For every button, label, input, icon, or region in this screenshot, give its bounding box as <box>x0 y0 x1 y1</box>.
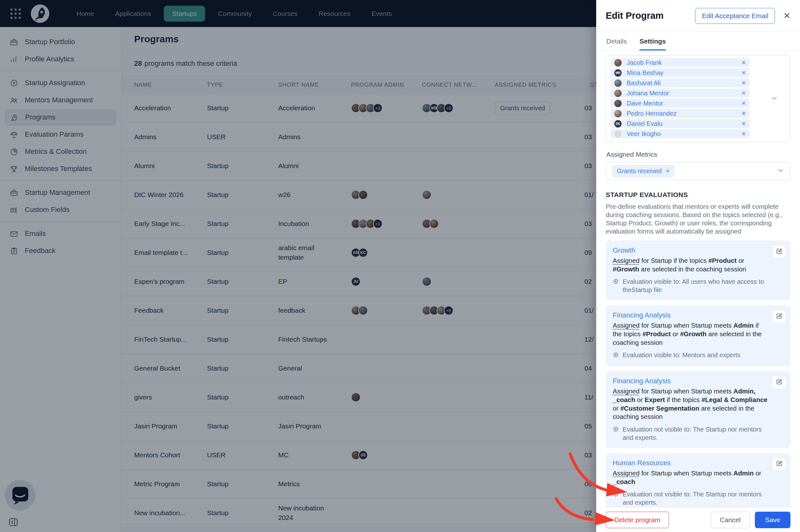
startup-evaluations-heading: STARTUP EVALUATIONS <box>606 191 790 198</box>
avatar <box>614 59 621 66</box>
edit-icon <box>776 460 782 468</box>
selected-person-pill[interactable]: Jacob Frank✕ <box>611 58 750 67</box>
edit-evaluation-button[interactable] <box>772 245 786 259</box>
selected-person-pill[interactable]: MBMina Beshay✕ <box>611 68 750 77</box>
evaluation-title-link[interactable]: Financing Analysis <box>613 311 783 319</box>
evaluation-visibility: Evaluation visible to: All users who hav… <box>613 278 783 294</box>
edit-icon <box>776 248 782 256</box>
avatar <box>614 110 621 117</box>
evaluation-rule-text: Assigned for Startup when Startup meets … <box>613 321 783 347</box>
remove-person-icon[interactable]: ✕ <box>742 110 746 117</box>
remove-person-icon[interactable]: ✕ <box>742 59 746 66</box>
edit-evaluation-button[interactable] <box>772 376 786 389</box>
evaluation-rule-text: Assigned for Startup when Startup meets … <box>613 469 783 486</box>
panel-title: Edit Program <box>606 11 664 21</box>
evaluation-card: GrowthAssigned for Startup if the topics… <box>606 241 790 300</box>
assigned-metrics-select[interactable]: Grants received ✕ <box>606 162 790 180</box>
selected-person-pill[interactable]: Pedro Hernandez✕ <box>611 109 750 118</box>
startup-evaluations-description: Pre-define evaluations that mentors or e… <box>606 203 790 235</box>
tab-details[interactable]: Details <box>606 32 627 51</box>
program-admins-multiselect[interactable]: Jacob Frank✕MBMina Beshay✕Basharat Ali✕J… <box>606 55 790 142</box>
evaluation-visibility: Evaluation not visible to: The Startup n… <box>613 425 783 442</box>
edit-acceptance-email-button[interactable]: Edit Acceptance Email <box>695 8 775 24</box>
chevron-down-icon[interactable] <box>777 167 784 175</box>
avatar <box>614 90 621 97</box>
edit-evaluation-button[interactable] <box>772 458 786 471</box>
edit-program-panel: Edit Program Edit Acceptance Email ✕ Det… <box>596 0 800 532</box>
avatar-placeholder <box>614 130 621 138</box>
evaluation-card: Financing AnalysisAssigned for Startup w… <box>606 305 790 366</box>
person-name: Johana Mentor <box>627 90 669 97</box>
person-name: Daniel Evalu <box>627 120 662 128</box>
avatar-initials: DE <box>614 120 621 128</box>
selected-person-pill[interactable]: Veer Ikogho✕ <box>611 129 750 138</box>
selected-person-pill[interactable]: Dave Mentor✕ <box>611 99 750 108</box>
edit-evaluation-button[interactable] <box>772 310 786 323</box>
evaluation-card: Human ResourcesAssigned for Startup when… <box>606 453 790 507</box>
evaluation-rule-text: Assigned for Startup when Startup meets … <box>613 387 783 421</box>
panel-tabs: DetailsSettings <box>596 32 800 51</box>
person-name: Jacob Frank <box>627 59 662 66</box>
avatar <box>614 79 621 87</box>
remove-person-icon[interactable]: ✕ <box>742 131 746 137</box>
eye-icon <box>613 425 619 442</box>
modal-dim-overlay <box>0 0 596 532</box>
person-name: Pedro Hernandez <box>627 110 677 117</box>
delete-program-button[interactable]: Delete program <box>606 512 669 528</box>
avatar <box>614 100 621 107</box>
remove-person-icon[interactable]: ✕ <box>742 80 746 87</box>
evaluation-title-link[interactable]: Financing Analysis <box>613 377 783 385</box>
chevron-down-icon[interactable] <box>771 95 778 103</box>
assigned-metrics-label: Assigned Metrics <box>606 151 790 158</box>
eye-icon <box>613 490 619 507</box>
avatar-initials: MB <box>614 69 621 77</box>
save-button[interactable]: Save <box>755 512 790 528</box>
evaluation-title-link[interactable]: Growth <box>613 246 783 254</box>
eye-icon <box>613 278 619 294</box>
cancel-button[interactable]: Cancel <box>711 512 750 528</box>
selected-person-pill[interactable]: Basharat Ali✕ <box>611 78 750 88</box>
person-name: Basharat Ali <box>627 79 661 87</box>
tab-settings[interactable]: Settings <box>639 32 666 51</box>
remove-person-icon[interactable]: ✕ <box>742 100 746 107</box>
person-name: Dave Mentor <box>627 100 663 107</box>
selected-person-pill[interactable]: DEDaniel Evalu✕ <box>611 119 750 128</box>
evaluation-card: Financing AnalysisAssigned for Startup w… <box>606 371 790 448</box>
evaluation-rule-text: Assigned for Startup if the topics #Prod… <box>613 256 783 273</box>
remove-person-icon[interactable]: ✕ <box>742 70 746 76</box>
person-name: Veer Ikogho <box>627 130 661 138</box>
evaluation-visibility: Evaluation not visible to: The Startup n… <box>613 490 783 507</box>
metric-chip: Grants received ✕ <box>612 165 674 177</box>
edit-icon <box>776 313 782 321</box>
remove-person-icon[interactable]: ✕ <box>742 90 746 97</box>
eye-icon <box>613 351 619 360</box>
remove-metric-icon[interactable]: ✕ <box>666 168 670 174</box>
evaluation-title-link[interactable]: Human Resources <box>613 459 783 467</box>
remove-person-icon[interactable]: ✕ <box>742 120 746 127</box>
metric-chip-label: Grants received <box>617 168 662 175</box>
selected-person-pill[interactable]: Johana Mentor✕ <box>611 89 750 98</box>
edit-icon <box>776 379 782 386</box>
evaluation-visibility: Evaluation visible to: Mentors and exper… <box>613 351 783 360</box>
person-name: Mina Beshay <box>627 69 664 77</box>
close-icon[interactable]: ✕ <box>783 11 790 21</box>
